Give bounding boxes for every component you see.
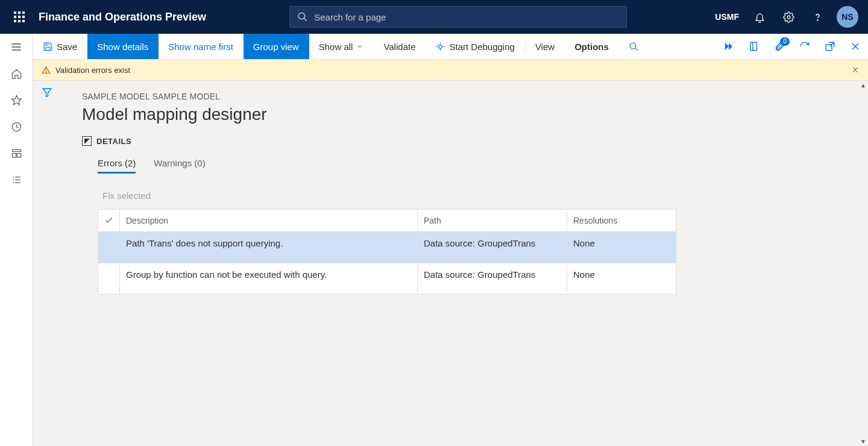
start-debugging-button[interactable]: Start Debugging: [426, 34, 524, 59]
favorites-icon[interactable]: [0, 87, 33, 113]
attachments-badge: 0: [780, 37, 790, 46]
breadcrumb: SAMPLE MODEL SAMPLE MODEL: [82, 92, 868, 101]
home-icon[interactable]: [0, 60, 33, 87]
page-body: SAMPLE MODEL SAMPLE MODEL Model mapping …: [60, 81, 868, 446]
cell-description: Path 'Trans' does not support querying.: [120, 232, 418, 263]
company-label[interactable]: USMF: [710, 12, 744, 22]
message-bar: Validation errors exist: [33, 60, 868, 81]
left-nav-rail: [0, 34, 33, 446]
col-path[interactable]: Path: [418, 210, 567, 232]
cell-resolutions: None: [567, 263, 676, 295]
chevron-down-icon: [356, 43, 363, 50]
svg-marker-25: [725, 43, 729, 50]
validate-button[interactable]: Validate: [374, 34, 426, 59]
workspaces-icon[interactable]: [0, 140, 33, 166]
search-icon: [297, 11, 308, 22]
svg-point-35: [46, 72, 46, 72]
show-all-dropdown[interactable]: Show all: [309, 34, 374, 59]
table-row[interactable]: Path 'Trans' does not support querying.D…: [98, 232, 676, 263]
modules-icon[interactable]: [0, 166, 33, 193]
save-button[interactable]: Save: [33, 34, 87, 59]
action-toolbar: Save Show details Show name first Group …: [33, 34, 868, 60]
gear-icon[interactable]: [775, 4, 802, 30]
message-bar-close-icon[interactable]: [851, 66, 860, 74]
svg-marker-39: [84, 139, 90, 144]
scroll-down-icon[interactable]: ▼: [860, 438, 866, 445]
svg-rect-11: [17, 153, 20, 157]
grid-select-all[interactable]: [98, 210, 120, 232]
cell-path: Data source: GroupedTrans: [418, 232, 567, 263]
recent-icon[interactable]: [0, 113, 33, 140]
svg-point-3: [817, 19, 817, 20]
svg-marker-26: [729, 43, 732, 50]
show-name-first-button[interactable]: Show name first: [159, 34, 244, 59]
col-description[interactable]: Description: [120, 210, 418, 232]
svg-point-18: [439, 45, 442, 48]
row-checkbox[interactable]: [98, 232, 120, 263]
debug-icon: [435, 42, 445, 52]
close-icon[interactable]: [843, 34, 868, 59]
row-checkbox[interactable]: [98, 263, 120, 295]
app-header: Finance and Operations Preview USMF NS: [0, 0, 868, 34]
save-icon: [43, 42, 53, 52]
svg-point-0: [298, 13, 305, 19]
tab-warnings[interactable]: Warnings (0): [154, 158, 205, 174]
svg-point-23: [630, 43, 636, 49]
group-view-button[interactable]: Group view: [244, 34, 309, 59]
details-toggle[interactable]: DETAILS: [82, 136, 868, 146]
svg-rect-9: [12, 149, 20, 151]
app-title: Finance and Operations Preview: [39, 11, 206, 24]
fix-selected-button[interactable]: Fix selected: [82, 190, 868, 201]
cell-resolutions: None: [567, 232, 676, 263]
filter-icon[interactable]: [42, 87, 52, 446]
svg-marker-38: [43, 89, 51, 97]
notifications-icon[interactable]: [746, 4, 773, 30]
tab-errors[interactable]: Errors (2): [98, 158, 136, 174]
errors-grid: Description Path Resolutions Path 'Trans…: [98, 209, 676, 295]
refresh-icon[interactable]: [792, 34, 817, 59]
warning-icon: [42, 66, 51, 75]
svg-line-24: [635, 48, 637, 50]
scroll-up-icon[interactable]: ▲: [860, 82, 866, 89]
help-icon[interactable]: [804, 4, 831, 30]
page-title: Model mapping designer: [82, 105, 868, 124]
svg-point-2: [787, 16, 790, 19]
svg-rect-10: [12, 153, 16, 157]
save-label: Save: [57, 42, 77, 52]
office-addin-icon[interactable]: [741, 34, 767, 59]
cell-description: Group by function can not be executed wi…: [120, 263, 418, 295]
table-row[interactable]: Group by function can not be executed wi…: [98, 263, 676, 295]
popout-icon[interactable]: [817, 34, 843, 59]
svg-line-1: [304, 18, 307, 21]
related-info-icon[interactable]: [716, 34, 741, 59]
col-resolutions[interactable]: Resolutions: [567, 210, 676, 232]
svg-rect-27: [750, 42, 757, 51]
view-button[interactable]: View: [526, 34, 565, 59]
options-button[interactable]: Options: [565, 34, 619, 59]
message-bar-text: Validation errors exist: [55, 66, 130, 75]
global-search[interactable]: [289, 6, 627, 28]
hamburger-icon[interactable]: [0, 34, 33, 60]
avatar[interactable]: NS: [837, 6, 858, 28]
search-input[interactable]: [314, 12, 619, 22]
collapse-caret-icon: [82, 136, 92, 146]
app-launcher-icon[interactable]: [5, 2, 34, 31]
svg-marker-7: [11, 95, 21, 104]
details-label: DETAILS: [96, 137, 131, 146]
attachments-icon[interactable]: 0: [767, 34, 792, 59]
vertical-scrollbar[interactable]: ▲ ▼: [858, 81, 868, 446]
show-details-button[interactable]: Show details: [87, 34, 159, 59]
cell-path: Data source: GroupedTrans: [418, 263, 567, 295]
toolbar-search-button[interactable]: [619, 34, 649, 59]
